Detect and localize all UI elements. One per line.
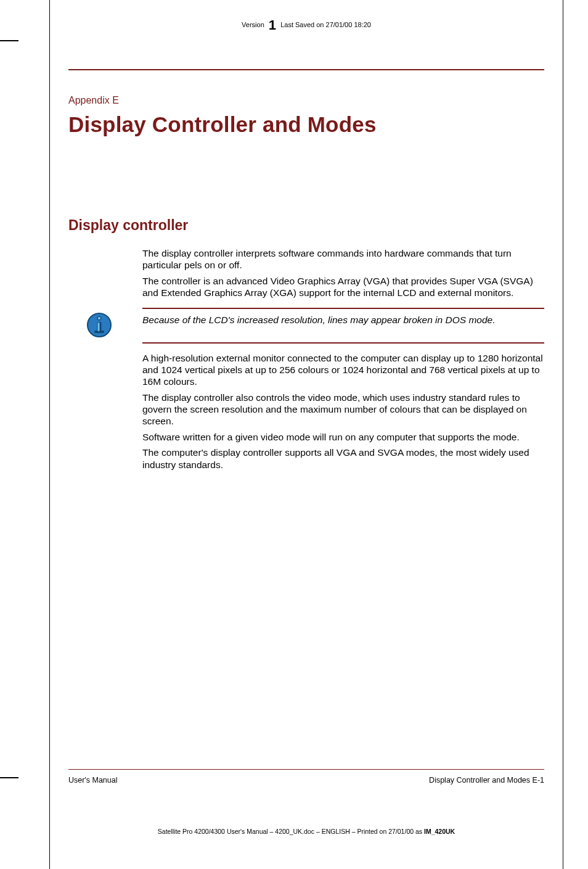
info-icon bbox=[86, 311, 113, 339]
footer-left: User's Manual bbox=[68, 776, 118, 785]
page-border bbox=[563, 0, 563, 869]
print-line: Satellite Pro 4200/4300 User's Manual – … bbox=[50, 828, 563, 835]
paragraph: The display controller interprets softwa… bbox=[142, 247, 544, 271]
paragraph: A high-resolution external monitor conne… bbox=[142, 352, 544, 388]
paragraph: The computer's display controller suppor… bbox=[142, 447, 544, 471]
version-label: Version bbox=[242, 21, 264, 28]
footer: User's Manual Display Controller and Mod… bbox=[68, 769, 544, 785]
paragraph: The display controller also controls the… bbox=[142, 392, 544, 427]
note-box: Because of the LCD's increased resolutio… bbox=[68, 308, 544, 344]
note-text: Because of the LCD's increased resolutio… bbox=[142, 313, 495, 326]
paragraph: Software written for a given video mode … bbox=[142, 431, 544, 443]
svg-point-4 bbox=[98, 316, 100, 319]
footer-right: Display Controller and Modes E-1 bbox=[429, 776, 544, 785]
page-container: Version 1 Last Saved on 27/01/00 18:20 A… bbox=[50, 0, 563, 869]
version-number: 1 bbox=[266, 17, 279, 33]
crop-mark bbox=[0, 777, 18, 778]
svg-rect-5 bbox=[98, 323, 100, 331]
crop-mark bbox=[0, 40, 18, 41]
section-title: Display controller bbox=[68, 217, 544, 234]
footer-rule bbox=[68, 769, 544, 770]
paragraph: The controller is an advanced Video Grap… bbox=[142, 275, 544, 299]
note-inner: Because of the LCD's increased resolutio… bbox=[68, 309, 544, 342]
saved-text: Last Saved on 27/01/00 18:20 bbox=[280, 21, 371, 28]
content-block-2: A high-resolution external monitor conne… bbox=[142, 352, 544, 471]
header: Version 1 Last Saved on 27/01/00 18:20 bbox=[68, 0, 544, 38]
page-title: Display Controller and Modes bbox=[68, 112, 544, 137]
print-line-bold: IM_420UK bbox=[424, 828, 455, 835]
print-line-text: Satellite Pro 4200/4300 User's Manual – … bbox=[158, 828, 424, 835]
content-block-1: The display controller interprets softwa… bbox=[142, 247, 544, 299]
footer-row: User's Manual Display Controller and Mod… bbox=[68, 776, 544, 785]
note-rule bbox=[142, 342, 544, 344]
appendix-label: Appendix E bbox=[68, 95, 544, 106]
top-rule bbox=[68, 69, 544, 70]
